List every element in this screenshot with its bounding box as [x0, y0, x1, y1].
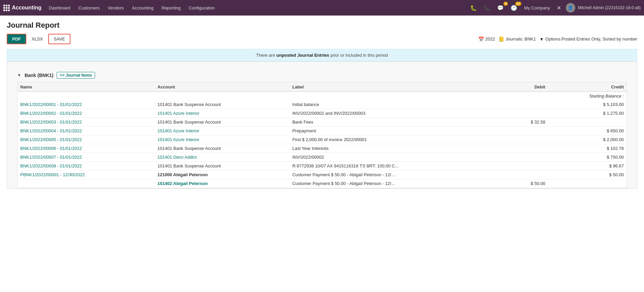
report-area: ▼ Bank (BNK1) => Journal Items Name Acco…: [7, 61, 637, 189]
nav-accounting[interactable]: Accounting: [128, 4, 157, 12]
journal-filter[interactable]: 📒 Journals: BNK1: [498, 36, 536, 42]
row-name[interactable]: BNK1/2022/00001 - 01/01/2022: [18, 100, 155, 109]
row-label: Initial balance: [289, 100, 509, 109]
row-label: Prepayment: [289, 127, 509, 135]
journal-table-container[interactable]: Name Account Label Debit Credit Starting…: [17, 82, 627, 188]
row-debit: [509, 153, 548, 162]
row-credit: $ 5,103.00: [548, 100, 626, 109]
bug-icon-button[interactable]: 🐛: [468, 3, 479, 12]
row-name[interactable]: BNK1/2022/00004 - 01/01/2022: [18, 127, 155, 135]
row-name[interactable]: PBNK1/2022/00001 - 12/30/2022: [18, 170, 155, 179]
close-icon-button[interactable]: ✕: [555, 3, 563, 12]
warning-suffix: prior or included in this period: [329, 53, 388, 58]
phone-icon-button[interactable]: 📞: [482, 3, 492, 12]
table-row: BNK1/2022/00008 - 01/01/2022101401 Bank …: [18, 162, 626, 170]
grid-icon: [3, 5, 10, 11]
row-debit: [509, 170, 548, 179]
app-name[interactable]: Accounting: [3, 5, 41, 11]
table-row: 101402 Abigail PetersonCustomer Payment …: [18, 179, 626, 188]
nav-reporting[interactable]: Reporting: [158, 4, 184, 12]
table-row: BNK1/2022/00003 - 01/01/2022101401 Bank …: [18, 118, 626, 127]
row-account[interactable]: 101401 Azure Interior: [155, 109, 289, 118]
nav-customers[interactable]: Customers: [75, 4, 103, 12]
row-label: INV/2022/00002: [289, 153, 509, 162]
row-name[interactable]: BNK1/2022/00008 - 01/01/2022: [18, 162, 155, 170]
row-account: 101401 Bank Suspense Account: [155, 144, 289, 153]
starting-balance-value: Starting Balance :: [548, 92, 626, 101]
filter-icon: ▼: [539, 36, 544, 42]
journal-table: Name Account Label Debit Credit Starting…: [18, 82, 626, 188]
starting-balance-label: [18, 92, 548, 101]
row-name[interactable]: BNK1/2022/00006 - 01/01/2022: [18, 144, 155, 153]
col-debit-header: Debit: [509, 82, 548, 92]
col-name-header: Name: [18, 82, 155, 92]
row-account[interactable]: 101401 Deco Addict: [155, 153, 289, 162]
row-name[interactable]: BNK1/2022/00007 - 01/01/2022: [18, 153, 155, 162]
row-label: INV/2022/00002 and INV/2022/00003: [289, 109, 509, 118]
nav-right-area: 🐛 📞 💬 9 🕐 47 My Company ✕ 👤 Mitchell Adm…: [468, 3, 641, 12]
alerts-badge[interactable]: 🕐 47: [509, 3, 519, 12]
xlsx-button[interactable]: XLSX: [28, 34, 46, 44]
row-name[interactable]: BNK1/2022/00003 - 01/01/2022: [18, 118, 155, 127]
calendar-icon: 📅: [478, 36, 484, 42]
row-credit: $ 102.78: [548, 144, 626, 153]
row-account[interactable]: 101401 Azure Interior: [155, 127, 289, 135]
row-debit: $ 50.00: [509, 179, 548, 188]
row-account[interactable]: 101401 Azure Interior: [155, 135, 289, 144]
table-row: BNK1/2022/00007 - 01/01/2022101401 Deco …: [18, 153, 626, 162]
row-name[interactable]: BNK1/2022/00002 - 01/01/2022: [18, 109, 155, 118]
journal-icon: 📒: [498, 36, 504, 42]
row-credit: $ 1,275.00: [548, 109, 626, 118]
nav-configuration[interactable]: Configuration: [185, 4, 218, 12]
toolbar-filters: 📅 2022 📒 Journals: BNK1 ▼ Options:Posted…: [478, 36, 637, 42]
section-header: ▼ Bank (BNK1) => Journal Items: [17, 69, 627, 82]
row-debit: [509, 100, 548, 109]
row-label: Customer Payment $ 50.00 - Abigail Peter…: [289, 179, 509, 188]
app-name-label: Accounting: [12, 5, 41, 11]
table-row: BNK1/2022/00005 - 01/01/2022101401 Azure…: [18, 135, 626, 144]
row-credit: $ 96.67: [548, 162, 626, 170]
col-label-header: Label: [289, 82, 509, 92]
row-debit: [509, 144, 548, 153]
row-label: Last Year Interests: [289, 144, 509, 153]
row-account: 101401 Bank Suspense Account: [155, 100, 289, 109]
row-name[interactable]: BNK1/2022/00005 - 01/01/2022: [18, 135, 155, 144]
top-navigation: Accounting Dashboard Customers Vendors A…: [0, 0, 644, 16]
warning-banner: There are unposted Journal Entries prior…: [7, 49, 637, 61]
row-label: R:9772938 10/07 AX 9415116318 T:5 BRT: 1…: [289, 162, 509, 170]
table-row: BNK1/2022/00004 - 01/01/2022101401 Azure…: [18, 127, 626, 135]
main-content: Journal Report PDF XLSX SAVE 📅 2022 📒 Jo…: [0, 16, 644, 292]
section-title: Bank (BNK1): [25, 73, 54, 78]
save-button[interactable]: SAVE: [48, 34, 70, 44]
row-debit: [509, 127, 548, 135]
row-account: 101401 Bank Suspense Account: [155, 162, 289, 170]
col-account-header: Account: [155, 82, 289, 92]
starting-balance-row: Starting Balance :: [18, 92, 626, 101]
options-filter[interactable]: ▼ Options:Posted Entries Only, Sorted by…: [539, 36, 637, 42]
user-avatar: 👤: [566, 3, 575, 12]
warning-bold: unposted Journal Entries: [276, 53, 329, 58]
nav-vendors[interactable]: Vendors: [104, 4, 127, 12]
options-filter-label: Options:Posted Entries Only, Sorted by n…: [545, 36, 637, 42]
year-filter[interactable]: 📅 2022: [478, 36, 495, 42]
col-credit-header: Credit: [548, 82, 626, 92]
row-account: 121000 Abigail Peterson: [155, 170, 289, 179]
row-label: Customer Payment $ 50.00 - Abigail Peter…: [289, 170, 509, 179]
table-row: BNK1/2022/00002 - 01/01/2022101401 Azure…: [18, 109, 626, 118]
table-row: PBNK1/2022/00001 - 12/30/2022121000 Abig…: [18, 170, 626, 179]
company-name[interactable]: My Company: [522, 5, 552, 10]
pdf-button[interactable]: PDF: [7, 34, 26, 44]
nav-dashboard[interactable]: Dashboard: [45, 4, 74, 12]
alerts-count-badge: 47: [515, 2, 521, 6]
journal-items-link[interactable]: => Journal Items: [57, 72, 95, 79]
row-name: [18, 179, 155, 188]
year-filter-label: 2022: [485, 36, 495, 42]
chat-count-badge: 9: [503, 2, 508, 6]
user-name-label[interactable]: Mitchell Admin (22316102-16-0-all): [578, 5, 641, 10]
chevron-down-icon[interactable]: ▼: [17, 73, 21, 78]
row-account[interactable]: 101402 Abigail Peterson: [155, 179, 289, 188]
toolbar: PDF XLSX SAVE 📅 2022 📒 Journals: BNK1 ▼ …: [7, 34, 637, 44]
row-debit: [509, 109, 548, 118]
chat-badge[interactable]: 💬 9: [495, 3, 506, 12]
row-debit: [509, 162, 548, 170]
